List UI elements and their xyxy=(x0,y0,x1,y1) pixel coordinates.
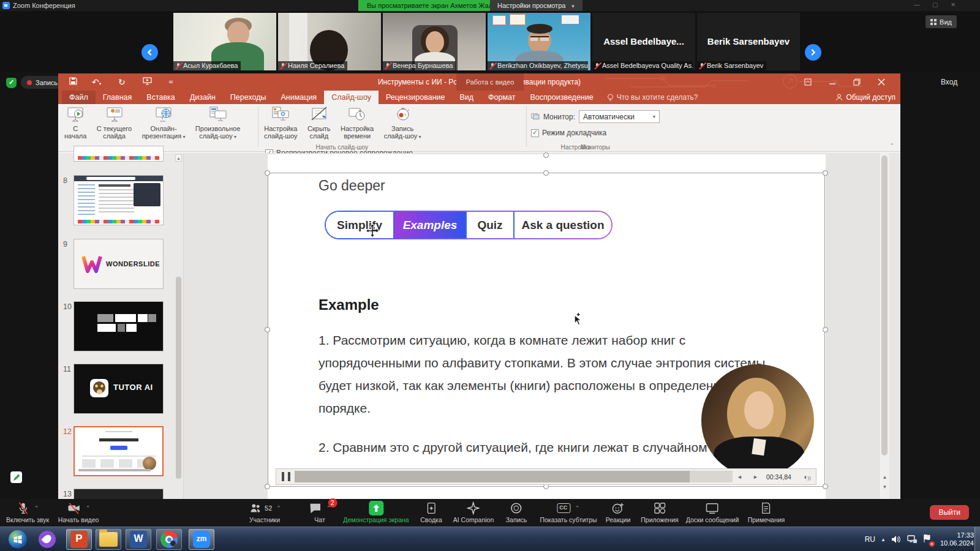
captions-button[interactable]: ⌃ Показать субтитры xyxy=(540,501,597,523)
minimize-icon[interactable]: — xyxy=(914,1,920,8)
taskbar-explorer-app[interactable] xyxy=(96,529,121,550)
video-tile[interactable]: Асыл Куракбаева xyxy=(173,13,276,70)
taskbar-zoom-app[interactable] xyxy=(189,529,214,550)
network-tray-icon[interactable] xyxy=(907,535,918,544)
tab-slideshow[interactable]: Слайд-шоу xyxy=(324,91,379,104)
step-back-icon[interactable]: ◄ xyxy=(737,469,742,485)
tell-me-box[interactable]: Что вы хотите сделать? xyxy=(607,91,698,104)
chevron-up-icon[interactable]: ⌃ xyxy=(575,505,580,511)
resize-handle[interactable] xyxy=(265,170,270,176)
setup-slideshow-button[interactable]: Настройка слайд-шоу xyxy=(260,104,301,144)
progress-track[interactable] xyxy=(295,471,733,482)
previous-slide-icon[interactable]: ▲ xyxy=(880,473,890,482)
taskbar-chrome-app[interactable] xyxy=(156,529,182,550)
record-slideshow-button[interactable]: Запись слайд-шоу xyxy=(380,104,425,144)
leave-meeting-button[interactable]: Выйти xyxy=(930,505,969,520)
tab-file[interactable]: Файл xyxy=(62,91,96,104)
record-button[interactable]: Запись xyxy=(506,501,527,523)
slide-thumbnail-7[interactable] xyxy=(74,146,164,162)
taskbar-word-app[interactable] xyxy=(126,529,151,550)
from-current-slide-button[interactable]: С текущего слайда xyxy=(93,104,135,144)
chevron-up-icon[interactable]: ⌃ xyxy=(34,505,39,511)
tab-playback[interactable]: Воспроизведение xyxy=(523,91,601,104)
apps-button[interactable]: Приложения xyxy=(641,501,678,523)
rotate-handle[interactable] xyxy=(543,152,549,158)
tab-transitions[interactable]: Переходы xyxy=(223,91,274,104)
ppt-restore-icon[interactable] xyxy=(853,77,861,88)
view-settings-button[interactable]: Настройки просмотра▼ xyxy=(490,0,582,11)
strip-next-button[interactable] xyxy=(805,44,821,61)
scrollbar-thumb[interactable] xyxy=(176,277,181,479)
action-center-flag-icon[interactable]: ✕ xyxy=(923,534,932,545)
chevron-up-icon[interactable]: ⌃ xyxy=(86,505,91,511)
tab-format[interactable]: Формат xyxy=(481,91,522,104)
next-slide-icon[interactable]: ▼ xyxy=(880,483,890,492)
reactions-button[interactable]: Реакции xyxy=(606,501,631,523)
resize-handle[interactable] xyxy=(823,170,828,176)
slide-thumbnail-11[interactable]: TUTOR AI xyxy=(74,364,164,414)
summary-button[interactable]: Сводка xyxy=(420,501,442,523)
hide-slide-button[interactable]: Скрыть слайд xyxy=(304,104,334,144)
taskbar-clock[interactable]: 17:33 10.06.2024 xyxy=(940,531,974,547)
taskbar-alice-app[interactable] xyxy=(34,529,60,550)
whiteboards-button[interactable]: Доски сообщений xyxy=(686,501,739,523)
slide-thumbnail-9[interactable]: WONDERSLIDE xyxy=(74,239,164,289)
scrollbar-thumb[interactable] xyxy=(881,156,888,455)
resize-handle[interactable] xyxy=(265,327,270,332)
view-layout-button[interactable]: Вид xyxy=(925,15,957,28)
rehearse-timings-button[interactable]: Настройка времени xyxy=(337,104,377,144)
checkbox-presenter-view[interactable]: Режим докладчика xyxy=(531,129,660,137)
segment-simplify[interactable]: Simplify xyxy=(326,212,393,238)
unmute-button[interactable]: ⌃ Включить звук xyxy=(6,501,49,523)
video-tile[interactable]: Berikzhan Oxikbayev, Zhetysu... xyxy=(488,13,590,70)
video-tile[interactable]: Наиля Сералиева xyxy=(278,13,381,70)
show-desktop-button[interactable] xyxy=(974,527,980,551)
ppt-signin-link[interactable]: Вход xyxy=(941,78,957,86)
thumbnail-scrollbar[interactable]: ▲ xyxy=(175,154,182,498)
ai-companion-button[interactable]: AI Companion xyxy=(453,501,494,523)
share-screen-button[interactable]: Демонстрация экрана xyxy=(343,501,409,523)
tab-animations[interactable]: Анимация xyxy=(273,91,324,104)
maximize-icon[interactable]: ▢ xyxy=(932,1,938,8)
ppt-minimize-icon[interactable] xyxy=(829,77,836,88)
taskbar-powerpoint-app[interactable] xyxy=(66,529,92,550)
tab-view[interactable]: Вид xyxy=(452,91,481,104)
video-tile[interactable]: Венера Бурнашева xyxy=(383,13,486,70)
segment-quiz[interactable]: Quiz xyxy=(466,212,513,238)
tab-design[interactable]: Дизайн xyxy=(183,91,223,104)
pause-button[interactable] xyxy=(282,472,290,481)
volume-tray-icon[interactable] xyxy=(891,535,901,544)
close-icon[interactable]: ✕ xyxy=(951,1,956,8)
resize-handle[interactable] xyxy=(823,327,828,332)
tray-expand-icon[interactable]: ▲ xyxy=(881,537,886,542)
step-forward-icon[interactable]: ► xyxy=(753,469,758,485)
resize-handle[interactable] xyxy=(823,484,828,489)
start-video-button[interactable]: ⌃ Начать видео xyxy=(58,501,99,523)
ppt-close-icon[interactable] xyxy=(878,77,885,88)
tab-review[interactable]: Рецензирование xyxy=(379,91,453,104)
ribbon-display-icon[interactable] xyxy=(804,77,812,88)
tab-home[interactable]: Главная xyxy=(96,91,140,104)
start-button[interactable] xyxy=(5,529,31,550)
segment-ask-question[interactable]: Ask a question xyxy=(513,212,611,238)
canvas-scrollbar[interactable]: ▲ ▼ xyxy=(879,153,889,499)
chevron-up-icon[interactable]: ⌃ xyxy=(276,505,281,511)
resize-handle[interactable] xyxy=(265,484,270,489)
custom-slideshow-button[interactable]: Произвольное слайд-шоу xyxy=(192,104,244,144)
participants-button[interactable]: 52⌃ Участники xyxy=(248,501,281,523)
slide-thumbnail-12-selected[interactable] xyxy=(74,426,164,476)
video-tile[interactable]: Berik Sarsenbayev Berik Sarsenbayev xyxy=(697,13,800,70)
chat-button[interactable]: 2⌃ Чат xyxy=(309,501,331,523)
strip-prev-button[interactable] xyxy=(141,44,158,61)
slide-thumbnail-10[interactable] xyxy=(74,301,164,351)
slide-thumbnail-8[interactable] xyxy=(74,175,164,225)
online-presentation-button[interactable]: Онлайн- презентация xyxy=(138,104,189,144)
volume-icon[interactable]: ◖)) xyxy=(803,469,811,485)
monitor-dropdown[interactable]: Автоматически▾ xyxy=(579,110,660,123)
language-indicator[interactable]: RU xyxy=(865,535,875,544)
from-beginning-button[interactable]: С начала xyxy=(61,104,90,144)
segment-examples-active[interactable]: Examples xyxy=(393,212,466,238)
collapse-ribbon-button[interactable]: ⌃ xyxy=(889,143,894,149)
notes-button[interactable]: Примечания xyxy=(748,501,785,523)
scroll-up-icon[interactable]: ▲ xyxy=(175,154,182,162)
